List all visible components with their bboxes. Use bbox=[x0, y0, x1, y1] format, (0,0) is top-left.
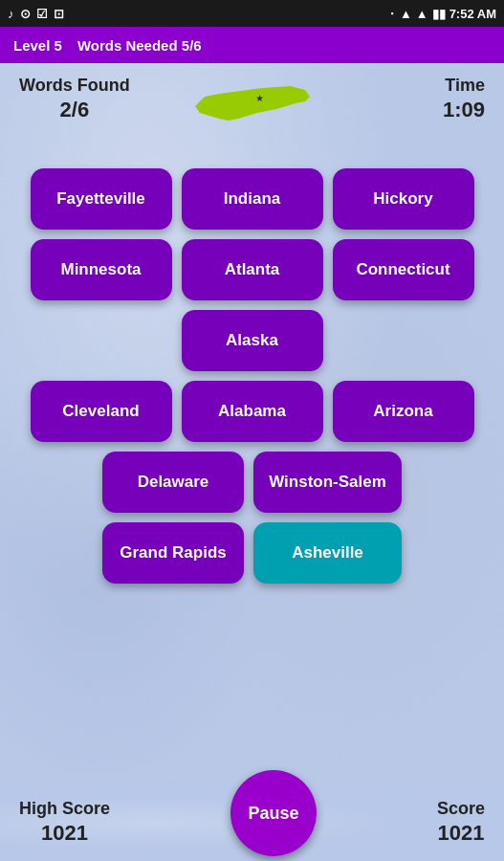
words-needed-label: Words Needed 5/6 bbox=[77, 37, 202, 54]
words-found-value: 2/6 bbox=[19, 97, 130, 124]
atlanta-button[interactable]: Atlanta bbox=[182, 239, 323, 300]
north-carolina-svg: ★ bbox=[190, 73, 315, 140]
alaska-button[interactable]: Alaska bbox=[182, 310, 323, 371]
arizona-button[interactable]: Arizona bbox=[333, 381, 474, 442]
svg-marker-0 bbox=[195, 86, 310, 121]
button-row-1: Minnesota Atlanta Connecticut bbox=[31, 239, 474, 300]
words-found-label: Words Found bbox=[19, 76, 130, 95]
button-row-4: Delaware Winston-Salem bbox=[102, 452, 402, 513]
score-label: Score bbox=[437, 799, 485, 818]
headphone-icon: ⊙ bbox=[20, 7, 31, 21]
score-block: Score 1021 bbox=[437, 798, 485, 848]
status-bar: ♪ ⊙ ☑ ⊡ ⬞ ▲ ▲ ▮▮ 7:52 AM bbox=[0, 0, 504, 27]
alabama-button[interactable]: Alabama bbox=[182, 381, 323, 442]
bluetooth-icon: ⬞ bbox=[388, 7, 396, 21]
minnesota-button[interactable]: Minnesota bbox=[31, 239, 172, 300]
high-score-block: High Score 1021 bbox=[19, 798, 110, 848]
level-label: Level 5 bbox=[13, 37, 62, 54]
header-bar: Level 5 Words Needed 5/6 bbox=[0, 27, 504, 63]
wifi-icon: ▲ bbox=[416, 7, 428, 21]
button-row-2: Alaska bbox=[182, 310, 323, 371]
signal-icon: ▲ bbox=[400, 7, 412, 21]
asheville-button[interactable]: Asheville bbox=[253, 522, 402, 584]
words-found-block: Words Found 2/6 bbox=[19, 75, 130, 124]
buttons-area: Fayetteville Indiana Hickory Minnesota A… bbox=[0, 168, 504, 584]
grid-icon: ⊡ bbox=[54, 7, 64, 21]
indiana-button[interactable]: Indiana bbox=[182, 168, 323, 230]
game-area: Words Found 2/6 Time 1:09 ★ Fayetteville… bbox=[0, 63, 504, 784]
pause-button[interactable]: Pause bbox=[230, 770, 317, 856]
grand-rapids-button[interactable]: Grand Rapids bbox=[102, 522, 244, 584]
button-row-3: Cleveland Alabama Arizona bbox=[31, 381, 474, 442]
high-score-label: High Score bbox=[19, 799, 110, 818]
time-display: 7:52 AM bbox=[449, 7, 496, 21]
winston-salem-button[interactable]: Winston-Salem bbox=[253, 452, 402, 513]
button-row-0: Fayetteville Indiana Hickory bbox=[31, 168, 474, 230]
music-icon: ♪ bbox=[8, 7, 14, 21]
check-icon: ☑ bbox=[36, 7, 48, 21]
fayetteville-button[interactable]: Fayetteville bbox=[31, 168, 172, 230]
hickory-button[interactable]: Hickory bbox=[333, 168, 474, 230]
time-label: Time bbox=[445, 76, 485, 95]
bottom-bar: High Score 1021 Pause Score 1021 bbox=[0, 784, 504, 861]
status-right: ⬞ ▲ ▲ ▮▮ 7:52 AM bbox=[388, 7, 496, 21]
battery-icon: ▮▮ bbox=[432, 7, 446, 21]
score-value: 1021 bbox=[437, 820, 485, 848]
status-left-icons: ♪ ⊙ ☑ ⊡ bbox=[8, 7, 64, 21]
delaware-button[interactable]: Delaware bbox=[102, 452, 244, 513]
svg-text:★: ★ bbox=[254, 93, 263, 103]
high-score-value: 1021 bbox=[19, 820, 110, 848]
state-silhouette: ★ bbox=[190, 73, 315, 144]
connecticut-button[interactable]: Connecticut bbox=[333, 239, 474, 300]
time-value: 1:09 bbox=[443, 97, 485, 124]
time-block: Time 1:09 bbox=[443, 75, 485, 124]
cleveland-button[interactable]: Cleveland bbox=[31, 381, 172, 442]
button-row-5: Grand Rapids Asheville bbox=[102, 522, 402, 584]
